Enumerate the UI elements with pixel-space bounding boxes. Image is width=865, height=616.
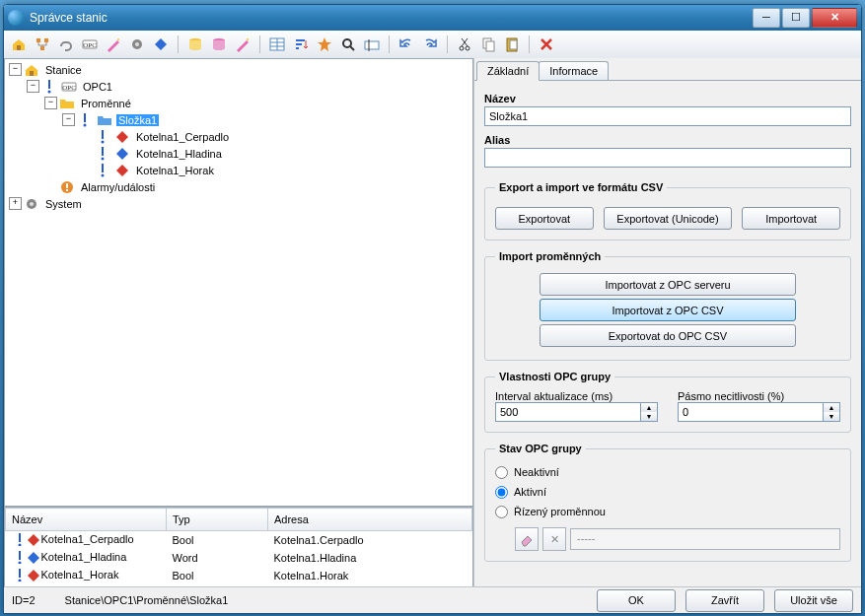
toolbar-delete-icon[interactable] [538,35,555,53]
tree-item[interactable]: −Složka1 [5,111,472,128]
interval-spinner[interactable]: ▲▼ [495,402,658,422]
toolbar-rename-icon[interactable] [363,35,381,53]
var-delete-button[interactable]: ✕ [542,527,566,551]
folder-icon [59,97,75,110]
toolbar-db-icon[interactable] [210,35,228,53]
close-window-button[interactable]: ✕ [812,8,857,28]
toolbar [4,31,861,59]
tree-expand-icon[interactable]: − [62,113,75,126]
interval-label: Interval aktualizace (ms) [495,390,658,402]
state-variable-radio[interactable]: Řízený proměnnou [495,502,840,521]
deadband-label: Pásmo necitlivosti (%) [678,390,840,402]
name-label: Název [484,93,851,104]
alarm-icon [59,180,75,194]
folder-blue-icon [97,113,112,127]
table-row[interactable]: Kotelna1_HladinaWordKotelna1.Hladina [6,549,472,567]
titlebar: Správce stanic ─ ☐ ✕ [4,5,861,31]
list-column-header[interactable]: Adresa [268,509,472,531]
toolbar-redo-icon[interactable] [421,35,439,53]
tree-item[interactable]: −OPC1 [5,78,472,95]
csv-legend: Export a import ve formátu CSV [495,181,667,193]
tree-item[interactable]: Alarmy/události [5,178,472,195]
list-column-header[interactable]: Typ [167,509,268,531]
mark-icon [95,130,110,144]
status-id: ID=2 [12,594,36,606]
export-unicode-button[interactable]: Exportovat (Unicode) [604,207,733,230]
tabs: ZákladníInformace [474,58,861,81]
tree-item[interactable]: Kotelna1_Hladina [5,145,472,162]
save-all-button[interactable]: Uložit vše [774,589,853,612]
import-button[interactable]: Importovat [742,207,840,230]
mark-icon [77,113,93,127]
deadband-spinner[interactable]: ▲▼ [678,402,840,422]
opc-group-props-legend: Vlastnosti OPC grupy [495,371,614,382]
tree-item[interactable]: Kotelna1_Cerpadlo [5,128,472,145]
toolbar-magic-icon[interactable] [105,35,122,53]
mark-icon [12,568,24,582]
toolbar-opc-icon[interactable] [81,35,99,53]
var-clear-button[interactable] [515,527,539,551]
toolbar-cut-icon[interactable] [456,35,473,53]
toolbar-wand-icon[interactable] [234,35,252,53]
house-icon [24,63,39,77]
toolbar-copy-icon[interactable] [479,35,497,53]
toolbar-gear-icon[interactable] [128,35,146,53]
toolbar-structure-icon[interactable] [34,35,51,53]
import-opc-csv-button[interactable]: Importovat z OPC CSV [540,299,796,321]
diamond-red-icon [114,164,130,177]
import-vars-legend: Import proměnných [495,250,605,262]
tree-expand-icon[interactable]: − [44,97,57,109]
window-title: Správce stanic [30,11,753,25]
diamond-red-icon [26,568,39,582]
toolbar-star-icon[interactable] [316,35,333,53]
export-opc-csv-button[interactable]: Exportovat do OPC CSV [540,324,796,347]
toolbar-new-station-icon[interactable] [10,35,28,53]
diamond-blue-icon [114,147,130,161]
tree-item[interactable]: −Stanice [5,61,472,78]
toolbar-find-icon[interactable] [339,35,357,53]
toolbar-db-yellow-icon[interactable] [186,35,204,53]
mark-icon [41,80,57,94]
tree-expand-icon[interactable]: − [9,63,22,76]
alias-input[interactable] [484,148,851,168]
close-button[interactable]: Zavřít [685,589,764,612]
diamond-red-icon [26,532,39,546]
tab-informace[interactable]: Informace [539,61,609,80]
mark-icon [12,532,24,546]
minimize-button[interactable]: ─ [753,8,780,28]
list-column-header[interactable]: Název [6,509,167,531]
table-row[interactable]: Kotelna1_CerpadloBoolKotelna1.Cerpadlo [6,531,472,550]
ok-button[interactable]: OK [597,589,676,612]
variable-list[interactable]: NázevTypAdresa Kotelna1_CerpadloBoolKote… [4,507,473,587]
tab-základní[interactable]: Základní [476,61,540,81]
gear-icon [24,197,39,211]
import-opc-server-button[interactable]: Importovat z OPC serveru [540,273,796,296]
app-icon [8,10,24,26]
toolbar-sort-icon[interactable] [292,35,310,53]
toolbar-paste-icon[interactable] [503,35,521,53]
name-input[interactable] [484,106,851,126]
tree-expand-icon[interactable]: − [27,80,39,93]
mark-icon [95,164,110,177]
diamond-blue-icon [26,550,39,564]
toolbar-thing-icon[interactable] [152,35,170,53]
opc-group-state-legend: Stav OPC grupy [495,443,586,454]
status-path: Stanice\OPC1\Proměnné\Složka1 [65,594,229,606]
toolbar-grid-icon[interactable] [268,35,286,53]
maximize-button[interactable]: ☐ [782,8,810,28]
mark-icon [12,550,24,564]
state-inactive-radio[interactable]: Neaktivní [495,462,840,482]
export-button[interactable]: Exportovat [495,207,594,230]
tree-item[interactable]: −Proměnné [5,95,472,111]
mark-icon [95,147,110,161]
tree-view[interactable]: −Stanice−OPC1−Proměnné−Složka1Kotelna1_C… [4,58,473,507]
tab-panel-basic: Název Alias Export a import ve formátu C… [474,81,861,587]
tree-item[interactable]: +System [5,195,472,212]
state-active-radio[interactable]: Aktivní [495,482,840,502]
table-row[interactable]: Kotelna1_HorakBoolKotelna1.Horak [6,567,472,584]
tree-expand-icon[interactable]: + [9,197,22,210]
toolbar-undo-icon[interactable] [397,35,415,53]
toolbar-link-icon[interactable] [57,35,75,53]
tree-item[interactable]: Kotelna1_Horak [5,162,472,178]
var-display: ----- [570,528,840,550]
